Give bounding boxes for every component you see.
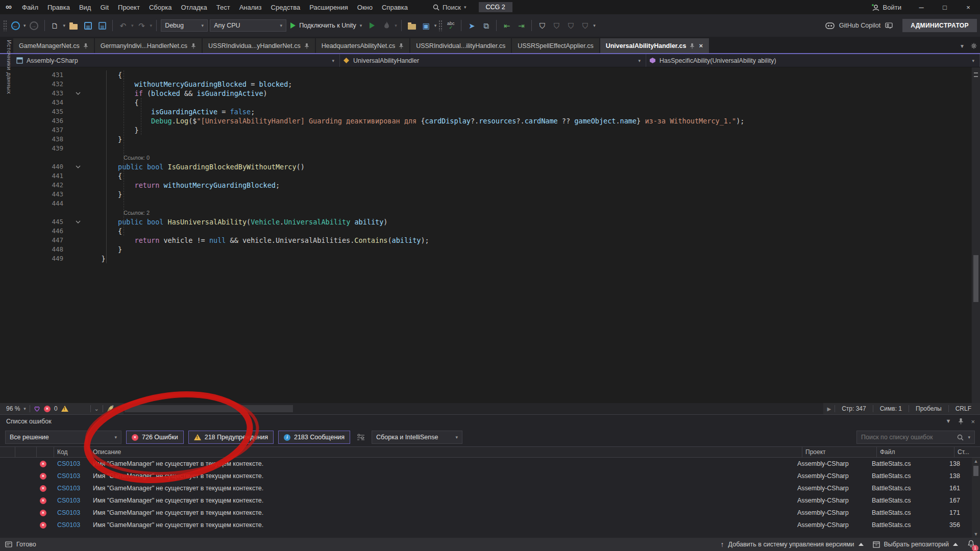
chevron-down-icon[interactable]: ▾ <box>131 23 134 28</box>
hot-reload-button[interactable] <box>380 19 393 32</box>
pin-icon[interactable] <box>958 418 964 424</box>
toolbar-grip[interactable] <box>438 20 443 31</box>
menu-item[interactable]: Окно <box>353 0 377 14</box>
menu-item[interactable]: Файл <box>17 0 43 14</box>
scrollbar-thumb[interactable] <box>973 255 978 302</box>
feedback-person-icon[interactable] <box>885 22 893 29</box>
data-sources-tool-tab[interactable]: Источники данных <box>1 40 12 183</box>
open-file-button[interactable] <box>67 19 80 32</box>
code-line[interactable]: 447 return vehicle != null && vehicle.Un… <box>0 236 971 245</box>
chevron-down-icon[interactable]: ▾ <box>118 406 120 411</box>
fold-chevron-icon[interactable] <box>76 165 81 169</box>
code-line[interactable]: 434 { <box>0 98 971 107</box>
code-line[interactable]: 448 } <box>0 245 971 254</box>
code-line[interactable]: 438 } <box>0 135 971 144</box>
tab-active[interactable]: UniversalAbilityHandler.cs× <box>600 38 709 53</box>
editor-horizontal-scrollbar[interactable] <box>124 403 823 414</box>
minimize-button[interactable]: ─ <box>910 0 933 14</box>
code-pane[interactable]: 431 {432 withoutMercyGuardingBlocked = b… <box>0 67 971 403</box>
warnings-filter-button[interactable]: 218 Предупреждения <box>188 431 274 444</box>
code-line[interactable]: 431 { <box>0 70 971 80</box>
scroll-down-arrow-icon[interactable]: ▼ <box>972 531 980 538</box>
chevron-down-icon[interactable]: ▾ <box>23 406 26 411</box>
notifications-button[interactable]: 1 <box>967 540 975 549</box>
codelens-references[interactable]: Ссылок: 2 <box>0 208 971 217</box>
menu-item[interactable]: Тест <box>212 0 235 14</box>
select-repository-button[interactable]: Выбрать репозиторий <box>873 541 958 548</box>
platform-dropdown[interactable]: Any CPU▾ <box>210 19 286 32</box>
member-dropdown[interactable]: HasSpecificAbility(UniversalAbility abil… <box>646 54 980 67</box>
code-line[interactable]: 445 public bool HasUniversalAbility(Vehi… <box>0 217 971 227</box>
github-copilot-label[interactable]: GitHub Copilot <box>839 22 880 29</box>
chevron-down-icon[interactable]: ▾ <box>150 23 153 28</box>
close-button[interactable]: × <box>957 0 980 14</box>
preview-window-button[interactable]: ▣ <box>420 19 432 32</box>
code-line[interactable]: 433 if (blocked && isGuardingActive) <box>0 89 971 98</box>
spell-check-button[interactable]: abc✓ <box>445 19 457 32</box>
code-editor[interactable]: 431 {432 withoutMercyGuardingBlocked = b… <box>0 67 980 403</box>
bookmark-next-button[interactable]: ⛉ <box>565 19 577 32</box>
fold-chevron-icon[interactable] <box>76 91 81 95</box>
menu-item[interactable]: Вид <box>75 0 96 14</box>
tab-close-icon[interactable]: × <box>698 42 703 49</box>
window-position-chevron-icon[interactable]: ▼ <box>946 418 951 425</box>
undo-button[interactable]: ↶ <box>117 19 129 32</box>
indent-decrease-button[interactable]: ⇤ <box>501 19 513 32</box>
fold-margin[interactable] <box>71 70 85 80</box>
error-row[interactable]: ×CS0103Имя "GameManager" не существует в… <box>0 494 972 507</box>
fold-margin[interactable] <box>71 135 85 144</box>
codelens-references[interactable]: Ссылок: 0 <box>0 153 971 162</box>
fold-margin[interactable] <box>71 199 85 208</box>
code-line[interactable]: 440 public bool IsGuardingBlockedByWitho… <box>0 162 971 171</box>
scroll-up-arrow-icon[interactable]: ▲ <box>972 458 980 465</box>
chevron-down-icon[interactable]: ▾ <box>63 23 66 28</box>
filter-icon[interactable] <box>357 434 365 441</box>
column-project[interactable]: Проект <box>802 447 877 457</box>
type-dropdown[interactable]: UniversalAbilityHandler ▾ <box>340 54 646 67</box>
source-filter-dropdown[interactable]: Сборка и IntelliSense▾ <box>372 431 462 444</box>
toolbar-grip[interactable] <box>3 20 7 31</box>
tab[interactable]: USSRIndividual...ilityHandler.cs <box>410 38 511 53</box>
maximize-button[interactable]: □ <box>933 0 957 14</box>
redo-button[interactable]: ↷ <box>136 19 148 32</box>
project-dropdown[interactable]: Assembly-CSharp ▾ <box>13 54 340 67</box>
navigate-back-button[interactable]: ← <box>9 19 21 32</box>
error-row[interactable]: ×CS0103Имя "GameManager" не существует в… <box>0 482 972 494</box>
copy-structure-button[interactable]: ⧉ <box>480 19 492 32</box>
error-row[interactable]: ×CS0103Имя "GameManager" не существует в… <box>0 507 972 519</box>
cursor-line-indicator[interactable]: Стр: 347 <box>835 405 873 412</box>
background-tasks-icon[interactable] <box>5 541 12 548</box>
find-in-files-button[interactable] <box>406 19 418 32</box>
menu-item[interactable]: Правка <box>43 0 75 14</box>
indent-increase-button[interactable]: ⇥ <box>515 19 527 32</box>
fold-chevron-icon[interactable] <box>76 220 81 224</box>
menu-item[interactable]: Проект <box>113 0 144 14</box>
code-cleanup-broom-icon[interactable] <box>107 405 114 412</box>
column-code[interactable]: Код <box>54 447 90 457</box>
cursor-column-indicator[interactable]: Симв: 1 <box>873 405 909 412</box>
code-line[interactable]: 444 <box>0 199 971 208</box>
document-options-gear-icon[interactable] <box>971 43 977 49</box>
menu-item[interactable]: Сборка <box>144 0 177 14</box>
scrollbar-thumb[interactable] <box>973 466 978 476</box>
code-line[interactable]: 435 isGuardingActive = false; <box>0 107 971 116</box>
menu-item[interactable]: Отладка <box>176 0 211 14</box>
active-files-chevron-icon[interactable]: ▼ <box>960 43 965 49</box>
error-list-scrollbar[interactable]: ▲ ▼ <box>972 458 980 538</box>
editor-vertical-scrollbar[interactable] <box>971 67 980 403</box>
add-to-source-control-button[interactable]: ↑ Добавить в систему управления версиями <box>721 540 864 548</box>
tab[interactable]: GermanyIndivi...HandlerNet.cs <box>95 38 202 53</box>
fold-margin[interactable] <box>71 98 85 107</box>
bookmark-previous-button[interactable]: ⛉ <box>550 19 562 32</box>
scroll-right-arrow-icon[interactable]: ▶ <box>827 406 831 412</box>
chevron-down-icon[interactable]: ▾ <box>23 23 26 28</box>
messages-filter-button[interactable]: i 2183 Сообщения <box>278 431 350 444</box>
chevron-down-icon[interactable]: ▾ <box>434 23 437 28</box>
scrollbar-thumb[interactable] <box>125 405 293 412</box>
bookmark-clear-button[interactable]: ⛉ <box>579 19 591 32</box>
tab[interactable]: USSRSpellEffectApplier.cs <box>512 38 599 53</box>
code-line[interactable]: 436 Debug.Log($"[UniversalAbilityHandler… <box>0 116 971 126</box>
indentation-indicator[interactable]: Пробелы <box>909 405 948 412</box>
fold-margin[interactable] <box>71 190 85 199</box>
search-box[interactable]: Поиск ▾ <box>428 4 472 11</box>
